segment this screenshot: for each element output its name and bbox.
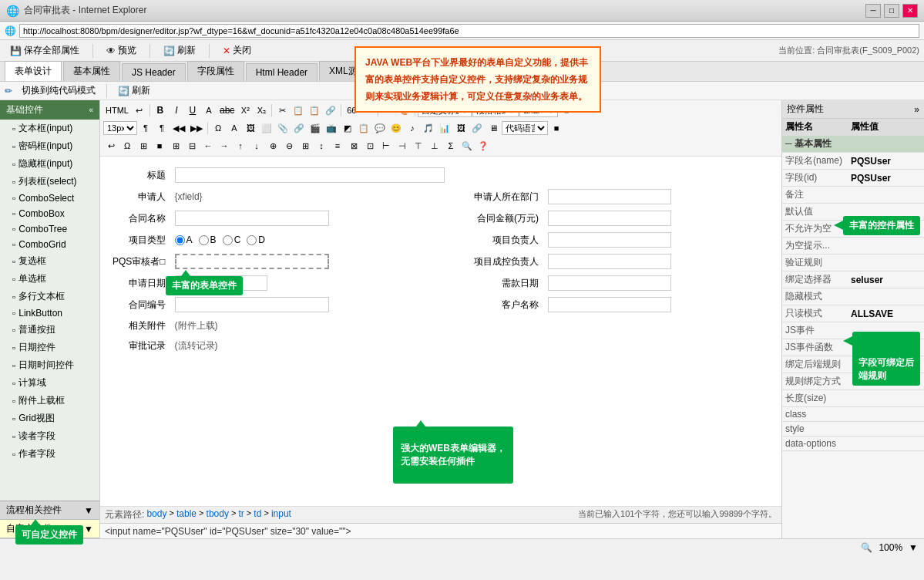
radio-a-input[interactable] [175, 235, 185, 245]
require-date-input[interactable] [548, 275, 671, 291]
sidebar-collapse-button[interactable]: « [89, 106, 93, 114]
close-button[interactable]: ✕ 关闭 [217, 42, 257, 59]
comment-btn[interactable]: 💬 [372, 121, 388, 135]
tab-field-props[interactable]: 字段属性 [187, 61, 244, 81]
prop-value-note[interactable] [848, 187, 924, 204]
para-btn[interactable]: ¶ [138, 121, 153, 135]
link2-btn[interactable]: 🔗 [291, 121, 307, 135]
prop-value-selector[interactable]: seluser [848, 271, 924, 288]
sidebar-item-radio[interactable]: ▫ 单选框 [0, 270, 99, 288]
breadcrumb-table[interactable]: table [176, 508, 197, 521]
table-col-btn[interactable]: ■ [152, 139, 167, 153]
table-row-down-btn[interactable]: ↓ [249, 139, 264, 153]
sidebar-item-combotree[interactable]: ▫ ComboTree [0, 221, 99, 237]
char-btn[interactable]: A [227, 121, 242, 135]
undo-btn[interactable]: ↩ [132, 103, 147, 117]
maximize-button[interactable]: □ [884, 4, 899, 18]
save-all-button[interactable]: 💾 保存全部属性 [5, 42, 85, 59]
project-manager-input[interactable] [548, 232, 671, 248]
image-btn[interactable]: 🖼 [243, 121, 258, 135]
title-input[interactable] [175, 167, 445, 183]
box-btn[interactable]: ⬜ [259, 121, 274, 135]
html-btn[interactable]: HTML [103, 103, 131, 117]
indent-left-btn[interactable]: ◀◀ [170, 121, 187, 135]
contract-name-input[interactable] [175, 211, 329, 226]
font-color-btn[interactable]: A [201, 103, 217, 117]
sidebar-item-upload[interactable]: ▫ 附件上载框 [0, 392, 99, 410]
help-btn[interactable]: ❓ [475, 139, 491, 153]
breadcrumb-input[interactable]: input [271, 508, 291, 521]
video-btn[interactable]: 📺 [324, 121, 339, 135]
table-split-btn[interactable]: ⊖ [281, 139, 297, 153]
sidebar-item-textinput[interactable]: ▫ 文本框(input) [0, 120, 99, 137]
sidebar-item-reader[interactable]: ▫ 读者字段 [0, 427, 99, 445]
tab-basic-props[interactable]: 基本属性 [63, 61, 120, 81]
table-col-right-btn[interactable]: → [217, 139, 232, 153]
prop-value-field-name[interactable]: PQSUser [848, 153, 924, 170]
sidebar-item-button[interactable]: ▫ 普通按扭 [0, 321, 99, 339]
minimize-button[interactable]: ─ [865, 4, 881, 18]
prop-value-size[interactable] [848, 390, 924, 407]
strikethrough-btn[interactable]: abc [217, 103, 237, 117]
sidebar-item-date[interactable]: ▫ 日期控件 [0, 339, 99, 356]
table-height-btn[interactable]: ↕ [314, 139, 329, 153]
copy2-btn[interactable]: 📋 [356, 121, 371, 135]
paste-btn[interactable]: 📋 [307, 103, 322, 117]
radio-b-input[interactable] [199, 235, 209, 245]
sidebar-item-comboselect[interactable]: ▫ ComboSelect [0, 191, 99, 206]
table-z-btn[interactable]: ⊢ [378, 139, 394, 153]
table-col-left-btn[interactable]: ← [200, 139, 216, 153]
link-btn[interactable]: 🔗 [323, 103, 338, 117]
project-control-input[interactable] [548, 254, 671, 269]
window-controls[interactable]: ─ □ ✕ [865, 4, 918, 18]
tab-form-design[interactable]: 表单设计 [5, 61, 62, 81]
underline-btn[interactable]: U [185, 103, 200, 117]
table-merge-btn[interactable]: ⊕ [265, 139, 281, 153]
sidebar-footer-workflow[interactable]: 流程相关控件 ▼ [0, 501, 99, 520]
prop-value-data-options[interactable] [848, 437, 924, 451]
table-top-btn[interactable]: ⊤ [411, 139, 426, 153]
switch-mode-button[interactable]: 切换到纯代码模式 [17, 83, 100, 99]
sub-refresh-button[interactable]: 🔄 刷新 [113, 83, 155, 99]
sidebar-item-select[interactable]: ▫ 列表框(select) [0, 173, 99, 191]
pqs-input[interactable] [175, 254, 329, 269]
tab-html-header[interactable]: Html Header [246, 63, 318, 81]
table-row-add-btn[interactable]: ⊞ [168, 139, 183, 153]
media-btn[interactable]: 🎬 [307, 121, 323, 135]
embed-btn[interactable]: ◩ [340, 121, 355, 135]
sidebar-item-author[interactable]: ▫ 作者字段 [0, 445, 99, 463]
radio-d-input[interactable] [247, 235, 257, 245]
codelang-select[interactable]: 代码语言 [502, 121, 548, 135]
contract-no-input[interactable] [175, 297, 329, 312]
breadcrumb-tbody[interactable]: tbody [207, 508, 229, 521]
sidebar-item-textarea[interactable]: ▫ 多行文本框 [0, 288, 99, 305]
indent-right-btn[interactable]: ▶▶ [188, 121, 205, 135]
img2-btn[interactable]: 🖼 [453, 121, 469, 135]
contract-amount-input[interactable] [548, 211, 671, 226]
music2-btn[interactable]: 🎵 [421, 121, 436, 135]
refresh-button[interactable]: 🔄 刷新 [158, 42, 201, 59]
close-window-button[interactable]: ✕ [902, 4, 918, 18]
sidebar-item-datetime[interactable]: ▫ 日期时间控件 [0, 356, 99, 374]
url-input[interactable] [19, 24, 919, 38]
chart-btn[interactable]: 📊 [437, 121, 452, 135]
department-input[interactable] [548, 189, 671, 204]
radio-b[interactable]: B [199, 234, 217, 245]
omega2-btn[interactable]: Ω [119, 139, 135, 153]
sidebar-item-calc[interactable]: ▫ 计算域 [0, 374, 99, 392]
table-y-btn[interactable]: ⊡ [362, 139, 378, 153]
italic-btn[interactable]: I [169, 103, 184, 117]
sidebar-item-linkbutton[interactable]: ▫ LinkButton [0, 305, 99, 321]
emoji-btn[interactable]: 😊 [388, 121, 404, 135]
table-bottom-btn[interactable]: ⊥ [427, 139, 442, 153]
preview-button[interactable]: 👁 预览 [101, 42, 142, 59]
subscript-btn[interactable]: X₂ [254, 103, 269, 117]
table-add2-btn[interactable]: ⊞ [297, 139, 313, 153]
breadcrumb-td[interactable]: td [254, 508, 261, 521]
screen-btn[interactable]: 🖥 [486, 121, 501, 135]
table-x-btn[interactable]: ⊠ [346, 139, 361, 153]
table-align-btn[interactable]: ≡ [330, 139, 345, 153]
customer-input[interactable] [548, 297, 671, 312]
radio-c-input[interactable] [223, 235, 233, 245]
prop-value-validate[interactable] [848, 255, 924, 271]
